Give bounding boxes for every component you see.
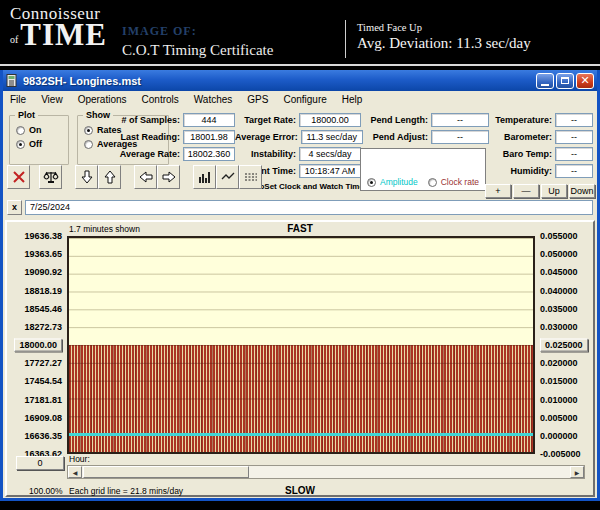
- plus-button[interactable]: +: [485, 184, 511, 198]
- right-axis-tick: 0.020000: [540, 358, 578, 368]
- logo-of: of: [10, 34, 18, 49]
- field-last-reading: Last Reading:18001.98: [99, 130, 235, 144]
- menu-help[interactable]: Help: [342, 94, 363, 105]
- plot-area[interactable]: [67, 236, 535, 454]
- left-axis-tick: 17727.27: [24, 358, 62, 368]
- maximize-button[interactable]: [556, 73, 574, 89]
- left-axis-tick: 16909.08: [24, 413, 62, 423]
- line-graph-icon[interactable]: [216, 165, 239, 189]
- display-mode-panel: AmplitudeClock rate: [360, 148, 486, 191]
- left-axis-tick: 19636.38: [24, 231, 62, 241]
- radio-dot: [84, 140, 93, 149]
- date-input[interactable]: 7/25/2024: [25, 200, 593, 215]
- field-label: Target Rate:: [235, 115, 296, 125]
- timed-face-label: Timed Face Up: [357, 22, 531, 33]
- menu-view[interactable]: View: [41, 94, 63, 105]
- left-axis-tick: 18545.46: [24, 304, 62, 314]
- scroll-thumb[interactable]: [83, 466, 249, 478]
- scroll-left-icon[interactable]: ◀: [68, 466, 82, 478]
- zero-button[interactable]: 0: [16, 456, 64, 470]
- field-label: Humidity:: [489, 166, 552, 176]
- radio-label: Off: [29, 139, 42, 149]
- certificate-title: C.O.T Timing Certificate: [122, 42, 273, 59]
- left-axis-tick: 18272.73: [24, 322, 62, 332]
- left-axis-tick-button[interactable]: 18000.00: [14, 339, 62, 352]
- window-title: 9832SH- Longines.mst: [23, 75, 536, 87]
- field-baro-temp: Baro Temp:--: [489, 147, 593, 161]
- field-label: # of Samples:: [99, 115, 180, 125]
- field-label: Average Error:: [235, 132, 298, 142]
- field-barometer: Barometer:--: [489, 130, 593, 144]
- field-temperature: Temperature:--: [489, 113, 593, 127]
- field-average-rate: Average Rate:18002.360: [99, 147, 235, 161]
- right-axis-tick: 0.000000: [540, 431, 578, 441]
- menu-file[interactable]: File: [10, 94, 26, 105]
- left-axis-tick: 16636.35: [24, 431, 62, 441]
- field-value: 18000.00: [299, 113, 361, 127]
- minimize-button[interactable]: [536, 73, 554, 89]
- right-axis-tick: 0.050000: [540, 249, 578, 259]
- field-label: Baro Temp:: [489, 149, 552, 159]
- right-axis-tick-button[interactable]: 0.025000: [540, 339, 588, 352]
- hour-scrollbar[interactable]: ◀ ▶: [67, 465, 585, 479]
- field-label: Instability:: [235, 149, 296, 159]
- field-label: Temperature:: [489, 115, 552, 125]
- scroll-right-icon[interactable]: ▶: [570, 466, 584, 478]
- screen: Connoisseur of TIME IMAGE OF: C.O.T Timi…: [0, 0, 600, 510]
- clear-icon[interactable]: [7, 165, 30, 189]
- field-instability: Instability:4 secs/day: [235, 147, 361, 161]
- arrow-up-icon[interactable]: [98, 165, 121, 189]
- arrow-down-icon[interactable]: [75, 165, 98, 189]
- menu-gps[interactable]: GPS: [247, 94, 268, 105]
- left-axis-tick: 19363.65: [24, 249, 62, 259]
- field-label: Average Rate:: [99, 149, 180, 159]
- right-axis-tick: 0.005000: [540, 413, 578, 423]
- radio-clock-rate[interactable]: Clock rate: [428, 177, 479, 187]
- radio-dot: [367, 178, 376, 187]
- pendulum-fields: Pend Length:--Pend Adjust:--: [361, 113, 489, 144]
- field-value: 18001.98: [183, 130, 235, 144]
- field-humidity: Humidity:--: [489, 164, 593, 178]
- raster-icon[interactable]: [239, 165, 262, 189]
- field-value: --: [431, 130, 489, 144]
- field-value: 4 secs/day: [299, 147, 361, 161]
- right-axis: 0.0550000.0500000.0450000.0400000.035000…: [535, 236, 593, 454]
- scroll-track[interactable]: [82, 466, 570, 478]
- menu-configure[interactable]: Configure: [283, 94, 326, 105]
- title-bar[interactable]: 9832SH- Longines.mst ✕: [3, 70, 597, 91]
- avg-deviation-label: Avg. Deviation: 11.3 sec/day: [357, 35, 531, 52]
- right-axis-tick: 0.040000: [540, 286, 578, 296]
- up-button[interactable]: Up: [541, 184, 567, 198]
- left-axis: 19636.3819363.6519090.9218818.1918545.46…: [7, 236, 67, 454]
- header-divider: [345, 20, 346, 58]
- histogram-icon[interactable]: [193, 165, 216, 189]
- menu-bar: FileViewOperationsControlsWatchesGPSConf…: [3, 91, 597, 108]
- field-value: 18002.360: [183, 147, 235, 161]
- field-label: Pend Length:: [361, 115, 428, 125]
- radio-on[interactable]: On: [16, 125, 63, 135]
- field-value: 444: [183, 113, 235, 127]
- scale-icon[interactable]: [39, 165, 62, 189]
- menu-watches[interactable]: Watches: [194, 94, 233, 105]
- radio-amplitude[interactable]: Amplitude: [367, 177, 418, 187]
- arrow-right-icon[interactable]: [157, 165, 180, 189]
- field-value: 10:18:47 AM: [299, 164, 361, 178]
- fast-label: FAST: [7, 223, 593, 234]
- field-value: --: [555, 147, 593, 161]
- radio-off[interactable]: Off: [16, 139, 63, 149]
- radio-dot: [16, 140, 25, 149]
- right-axis-tick: 0.045000: [540, 267, 578, 277]
- menu-controls[interactable]: Controls: [142, 94, 179, 105]
- date-clear-button[interactable]: x: [7, 200, 22, 215]
- radio-label: Clock rate: [441, 177, 479, 187]
- client-area: Plot OnOff Show RatesAverages # of Sampl…: [3, 108, 597, 498]
- arrow-left-icon[interactable]: [134, 165, 157, 189]
- down-button[interactable]: Down: [569, 184, 595, 198]
- minus-button[interactable]: —: [513, 184, 539, 198]
- close-button[interactable]: ✕: [576, 73, 594, 89]
- image-of-label: IMAGE OF:: [122, 24, 273, 39]
- menu-operations[interactable]: Operations: [78, 94, 127, 105]
- date-bar: x 7/25/2024: [7, 200, 593, 215]
- field-value: --: [431, 113, 489, 127]
- plot-group-label: Plot: [15, 110, 38, 120]
